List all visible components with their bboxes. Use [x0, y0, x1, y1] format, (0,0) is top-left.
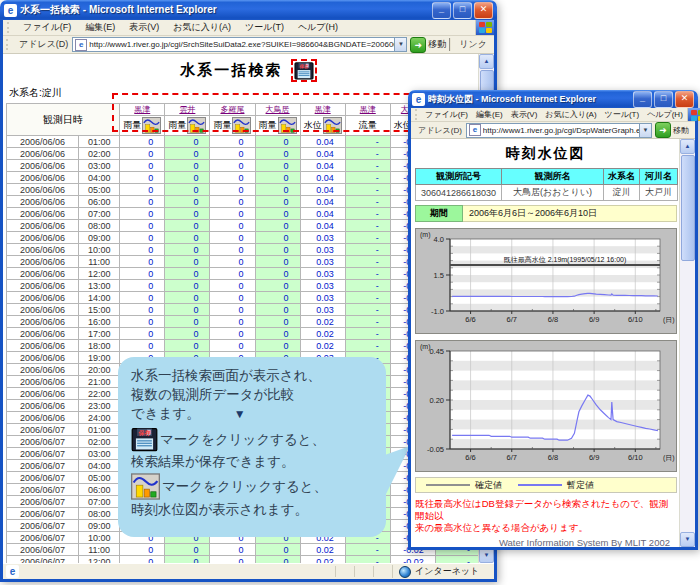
- toolbar-grip[interactable]: [415, 109, 417, 120]
- chart-icon[interactable]: [323, 117, 342, 134]
- svg-text:(m): (m): [420, 343, 431, 351]
- minimize-button[interactable]: _: [432, 2, 451, 19]
- station-link[interactable]: 雲井: [179, 105, 195, 114]
- time-cell: 24:00: [79, 412, 120, 424]
- menu-item[interactable]: ツール(T): [601, 109, 644, 120]
- menu-item[interactable]: 表示(V): [507, 109, 542, 120]
- status-segment: [335, 566, 354, 577]
- windows-logo-icon: [475, 20, 494, 35]
- menu-item[interactable]: お気に入り(A): [166, 21, 238, 34]
- menu-item[interactable]: ヘルプ(H): [643, 109, 687, 120]
- menu-item[interactable]: ツール(T): [238, 21, 291, 34]
- value-cell: 0.04: [300, 160, 345, 172]
- address-input[interactable]: e http://www1.river.go.jp/cgi/SrchSiteSu…: [72, 37, 407, 52]
- svg-text:6/7: 6/7: [507, 453, 517, 462]
- station-header-cell: 大鳥居: [255, 104, 300, 116]
- legend-label: 確定値: [475, 479, 502, 492]
- station-link[interactable]: 黒津: [315, 105, 331, 114]
- windows-logo-icon: [687, 108, 700, 121]
- value-cell: 0: [210, 172, 255, 184]
- time-cell: 07:00: [79, 496, 120, 508]
- chart-icon[interactable]: [278, 117, 297, 134]
- scroll-up-icon[interactable]: ▲: [479, 54, 494, 69]
- value-cell: 0.02: [300, 328, 345, 340]
- scroll-down-icon[interactable]: ▼: [680, 532, 695, 547]
- go-button[interactable]: ➜ 移動: [410, 37, 446, 53]
- date-cell: 2006/06/07: [7, 520, 79, 532]
- value-cell: 0: [120, 172, 165, 184]
- value-cell: 0.02: [300, 316, 345, 328]
- time-cell: 09:00: [79, 520, 120, 532]
- front-titlebar[interactable]: e 時刻水位図 - Microsoft Internet Explorer _ …: [408, 90, 698, 108]
- time-cell: 18:00: [79, 340, 120, 352]
- go-button[interactable]: ➜ 移動: [655, 122, 689, 138]
- go-arrow-icon: ➜: [655, 122, 671, 138]
- chart-icon[interactable]: [187, 117, 206, 134]
- chart-icon[interactable]: [232, 117, 251, 134]
- date-cell: 2006/06/06: [7, 256, 79, 268]
- value-cell: 0: [120, 340, 165, 352]
- menu-item[interactable]: 編集(E): [472, 109, 507, 120]
- save-icon-wrap[interactable]: 保存: [291, 59, 317, 82]
- callout-line: 検索結果が保存できます。: [131, 452, 386, 471]
- maximize-button[interactable]: □: [654, 91, 673, 108]
- minimize-button[interactable]: _: [633, 91, 652, 108]
- svg-text:6/7: 6/7: [507, 315, 517, 324]
- go-label: 移動: [428, 38, 446, 51]
- date-cell: 2006/06/06: [7, 232, 79, 244]
- value-cell: 0: [210, 268, 255, 280]
- value-cell: 0: [255, 196, 300, 208]
- menu-item[interactable]: 編集(E): [78, 21, 122, 34]
- chart-icon[interactable]: [131, 473, 160, 500]
- ie-icon: e: [4, 4, 17, 17]
- date-cell: 2006/06/07: [7, 508, 79, 520]
- value-cell: 0: [120, 220, 165, 232]
- station-link[interactable]: 黒津: [360, 105, 376, 114]
- value-cell: 0: [255, 256, 300, 268]
- scroll-down-icon[interactable]: ▼: [479, 548, 494, 563]
- close-button[interactable]: ✕: [474, 2, 493, 19]
- menu-item[interactable]: ヘルプ(H): [291, 21, 345, 34]
- value-cell: 0: [120, 280, 165, 292]
- value-cell: 0: [210, 556, 255, 564]
- front-scrollbar[interactable]: ▲ ▼: [679, 139, 695, 547]
- station-link[interactable]: 多羅尾: [220, 105, 244, 114]
- address-dropdown-icon[interactable]: ▼: [639, 124, 651, 137]
- save-icon[interactable]: 保存: [131, 426, 158, 452]
- maximize-button[interactable]: □: [453, 2, 472, 19]
- page-icon: e: [469, 124, 481, 136]
- back-titlebar[interactable]: e 水系一括検索 - Microsoft Internet Explorer _…: [0, 0, 497, 20]
- scroll-thumb[interactable]: [681, 155, 695, 261]
- station-link[interactable]: 黒津: [134, 105, 150, 114]
- back-statusbar: e インターネット: [3, 563, 494, 579]
- address-input[interactable]: e http://www1.river.go.jp/cgi/DspWaterGr…: [466, 123, 652, 138]
- time-cell: 01:00: [79, 136, 120, 148]
- legend-label: 暫定値: [567, 479, 594, 492]
- value-cell: 0: [165, 208, 210, 220]
- close-button[interactable]: ✕: [675, 91, 694, 108]
- station-header-cell: 黒津: [120, 104, 165, 116]
- value-cell: 0: [120, 184, 165, 196]
- menu-item[interactable]: お気に入り(A): [541, 109, 600, 120]
- station-link[interactable]: 大鳥居: [266, 105, 290, 114]
- info-value-cell: 306041286618030: [416, 185, 502, 201]
- value-cell: 0.02: [300, 544, 345, 556]
- date-cell: 2006/06/07: [7, 532, 79, 544]
- scroll-up-icon[interactable]: ▲: [680, 139, 695, 154]
- menu-item[interactable]: 表示(V): [122, 21, 166, 34]
- chart-icon[interactable]: [142, 117, 161, 134]
- links-label[interactable]: リンク: [449, 38, 491, 51]
- value-cell: 0.03: [300, 304, 345, 316]
- svg-text:6/9: 6/9: [589, 315, 599, 324]
- address-dropdown-icon[interactable]: ▼: [394, 38, 406, 51]
- menu-item[interactable]: ファイル(F): [16, 21, 78, 34]
- save-icon[interactable]: 保存: [294, 61, 314, 80]
- measure-label: 雨量: [259, 120, 277, 130]
- date-cell: 2006/06/06: [7, 172, 79, 184]
- toolbar-grip[interactable]: [6, 39, 11, 50]
- menu-item[interactable]: ファイル(F): [421, 109, 472, 120]
- toolbar-grip[interactable]: [7, 22, 12, 33]
- svg-text:(m): (m): [420, 231, 431, 239]
- date-cell: 2006/06/06: [7, 268, 79, 280]
- date-cell: 2006/06/06: [7, 160, 79, 172]
